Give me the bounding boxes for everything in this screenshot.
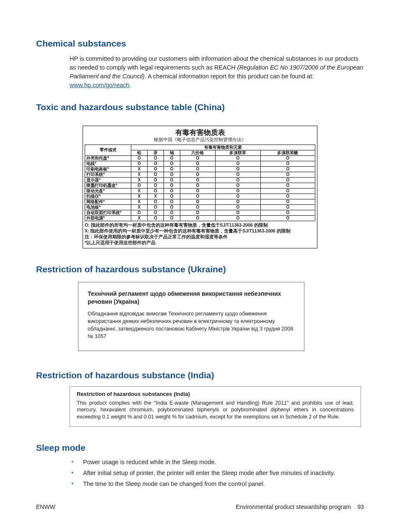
reach-link[interactable]: www.hp.com/go/reach: [70, 82, 130, 88]
india-box: Restriction of hazardous substances (Ind…: [70, 386, 361, 427]
cell-value: X: [131, 166, 148, 172]
cell-value: O: [260, 204, 315, 210]
cell-value: O: [180, 188, 216, 194]
china-note-line: X: 指此部件使用的均一材质中至少有一种包含的这种有毒有害物质，含量高于SJ/T…: [85, 228, 315, 234]
cell-value: O: [147, 183, 164, 188]
cell-value: O: [180, 161, 216, 166]
part-name: 扫描仪*: [85, 194, 131, 199]
cell-value: O: [216, 194, 260, 199]
cell-value: O: [180, 177, 216, 183]
china-table-subtitle: 根据中国《电子信息产品污染控制管理办法》: [85, 137, 315, 142]
cell-value: O: [147, 199, 164, 204]
cell-value: O: [180, 210, 216, 215]
cell-value: O: [216, 161, 260, 166]
cell-value: O: [164, 172, 180, 177]
table-row: 外部电源*XOOOOO: [85, 215, 315, 221]
cell-value: O: [260, 166, 315, 172]
part-name: 打印系统*: [85, 172, 131, 177]
cell-value: O: [216, 177, 260, 183]
cell-value: O: [147, 172, 164, 177]
cell-value: O: [164, 183, 180, 188]
cell-value: O: [164, 161, 180, 166]
col-part: 零件描述: [85, 145, 131, 155]
cell-value: O: [164, 199, 180, 204]
col-substance: 多溴联苯: [216, 150, 260, 155]
col-substance: 镉: [164, 150, 180, 155]
cell-value: O: [260, 210, 315, 215]
china-note-line: 注：环保使用期限的参考标识取决于产品正常工作的温度和湿度等条件: [85, 234, 315, 240]
ukraine-box-title: Технічний регламент щодо обмеження викор…: [88, 290, 295, 306]
cell-value: O: [216, 155, 260, 161]
text: .: [130, 82, 131, 88]
table-row: 自动双面打印系统*OOOOOO: [85, 210, 315, 215]
heading-sleep-mode: Sleep mode: [36, 443, 364, 453]
part-name: 自动双面打印系统*: [85, 210, 131, 215]
ukraine-box: Технічний регламент щодо обмеження викор…: [78, 282, 304, 351]
footer-right: Environmental product stewardship progra…: [236, 504, 364, 510]
cell-value: O: [147, 155, 164, 161]
china-note-line: O: 指此部件的所有均一材质中包含的这种有毒有害物质，含量低于SJ/T11363…: [85, 222, 315, 228]
part-name: 电线*: [85, 161, 131, 166]
cell-value: O: [164, 210, 180, 215]
cell-value: O: [164, 166, 180, 172]
cell-value: X: [131, 194, 148, 199]
page-number: 93: [357, 504, 364, 510]
cell-value: O: [216, 188, 260, 194]
table-row: 打印系统*XOOOOO: [85, 172, 315, 177]
part-name: 显示器*: [85, 177, 131, 183]
table-row: 外壳和托盘*OOOOOO: [85, 155, 315, 161]
table-row: 喷墨打印机墨盒*OOOOOO: [85, 183, 315, 188]
cell-value: O: [216, 172, 260, 177]
cell-value: O: [180, 194, 216, 199]
cell-value: O: [131, 161, 148, 166]
cell-value: O: [180, 183, 216, 188]
part-name: 印刷电路板*: [85, 166, 131, 172]
table-row: 印刷电路板*XOOOOO: [85, 166, 315, 172]
col-substance: 六价铬: [180, 150, 216, 155]
cell-value: O: [164, 215, 180, 221]
cell-value: O: [216, 166, 260, 172]
table-row: 驱动光盘*XOOOOO: [85, 188, 315, 194]
cell-value: X: [131, 199, 148, 204]
sleep-mode-list: Power usage is reduced while in the Slee…: [70, 459, 364, 487]
cell-value: O: [147, 204, 164, 210]
heading-india: Restriction of hazardous substance (Indi…: [36, 370, 364, 380]
cell-value: O: [164, 194, 180, 199]
page-footer: ENWW Environmental product stewardship p…: [36, 504, 364, 510]
cell-value: O: [216, 204, 260, 210]
cell-value: O: [147, 166, 164, 172]
list-item: Power usage is reduced while in the Slee…: [70, 459, 364, 465]
cell-value: X: [131, 204, 148, 210]
cell-value: O: [260, 188, 315, 194]
cell-value: O: [260, 161, 315, 166]
ukraine-box-body: Обладнання відповідає вимогам Технічного…: [88, 310, 295, 341]
china-table-title: 有毒有害物质表: [85, 129, 315, 137]
heading-china-table: Toxic and hazardous substance table (Chi…: [36, 102, 364, 112]
cell-value: X: [131, 177, 148, 183]
india-box-body: This product complies with the "India E-…: [77, 400, 354, 421]
cell-value: O: [260, 215, 315, 221]
cell-value: O: [164, 204, 180, 210]
cell-value: O: [260, 183, 315, 188]
table-row: 网络配件*XOOOOO: [85, 199, 315, 204]
cell-value: O: [147, 161, 164, 166]
china-notes: O: 指此部件的所有均一材质中包含的这种有毒有害物质，含量低于SJ/T11363…: [85, 222, 315, 246]
cell-value: O: [180, 172, 216, 177]
china-table-box: 有毒有害物质表 根据中国《电子信息产品污染控制管理办法》 零件描述 有毒有害物质…: [83, 126, 317, 248]
cell-value: O: [216, 215, 260, 221]
cell-value: O: [131, 155, 148, 161]
india-box-title: Restriction of hazardous substances (Ind…: [77, 391, 354, 397]
cell-value: O: [147, 210, 164, 215]
cell-value: O: [180, 166, 216, 172]
cell-value: O: [131, 210, 148, 215]
cell-value: X: [147, 194, 164, 199]
col-substance: 汞: [147, 150, 164, 155]
cell-value: X: [131, 188, 148, 194]
cell-value: O: [260, 177, 315, 183]
cell-value: O: [180, 204, 216, 210]
cell-value: O: [180, 199, 216, 204]
col-group: 有毒有害物质和元素: [131, 145, 315, 150]
cell-value: O: [216, 183, 260, 188]
part-name: 外部电源*: [85, 215, 131, 221]
cell-value: X: [131, 172, 148, 177]
